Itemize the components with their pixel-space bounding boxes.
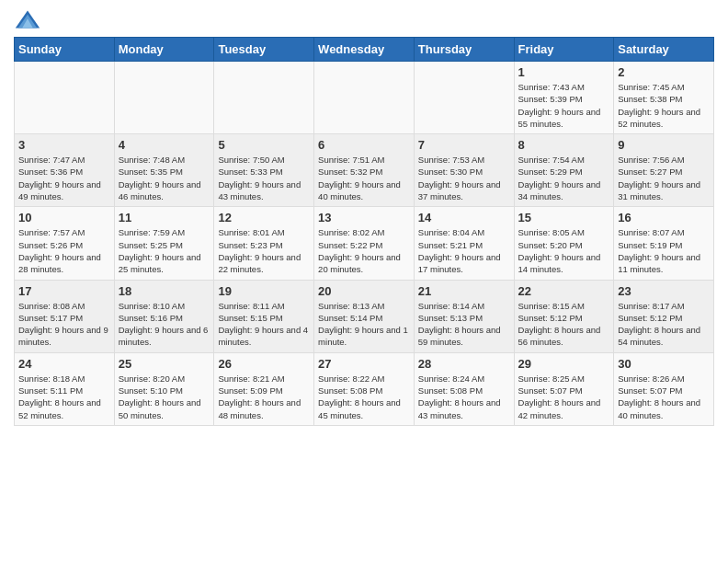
day-info: Sunrise: 8:24 AM Sunset: 5:08 PM Dayligh…: [418, 373, 510, 421]
day-info: Sunrise: 8:10 AM Sunset: 5:16 PM Dayligh…: [119, 300, 210, 349]
day-cell: 17Sunrise: 8:08 AM Sunset: 5:17 PM Dayli…: [15, 280, 115, 352]
day-cell: 13Sunrise: 8:02 AM Sunset: 5:22 PM Dayli…: [314, 207, 415, 280]
day-cell: [114, 62, 214, 134]
day-cell: 5Sunrise: 7:50 AM Sunset: 5:33 PM Daylig…: [214, 134, 314, 207]
day-cell: 11Sunrise: 7:59 AM Sunset: 5:25 PM Dayli…: [114, 207, 214, 280]
day-cell: 8Sunrise: 7:54 AM Sunset: 5:29 PM Daylig…: [514, 134, 614, 207]
day-cell: [414, 62, 514, 134]
day-number: 22: [518, 284, 610, 298]
column-header-wednesday: Wednesday: [314, 38, 415, 62]
day-info: Sunrise: 8:13 AM Sunset: 5:14 PM Dayligh…: [318, 300, 410, 349]
day-number: 21: [418, 284, 510, 298]
day-cell: 14Sunrise: 8:04 AM Sunset: 5:21 PM Dayli…: [414, 207, 514, 280]
day-cell: 23Sunrise: 8:17 AM Sunset: 5:12 PM Dayli…: [614, 280, 714, 352]
day-number: 28: [418, 357, 510, 371]
day-info: Sunrise: 7:54 AM Sunset: 5:29 PM Dayligh…: [518, 154, 610, 202]
day-number: 3: [18, 138, 110, 152]
day-info: Sunrise: 8:17 AM Sunset: 5:12 PM Dayligh…: [618, 300, 710, 349]
day-cell: 10Sunrise: 7:57 AM Sunset: 5:26 PM Dayli…: [15, 207, 115, 280]
day-number: 7: [418, 138, 510, 152]
day-cell: 30Sunrise: 8:26 AM Sunset: 5:07 PM Dayli…: [614, 352, 714, 425]
day-number: 15: [518, 211, 610, 224]
day-cell: 12Sunrise: 8:01 AM Sunset: 5:23 PM Dayli…: [214, 207, 314, 280]
day-cell: 15Sunrise: 8:05 AM Sunset: 5:20 PM Dayli…: [514, 207, 614, 280]
day-info: Sunrise: 8:25 AM Sunset: 5:07 PM Dayligh…: [518, 373, 610, 421]
week-row-2: 3Sunrise: 7:47 AM Sunset: 5:36 PM Daylig…: [15, 134, 714, 207]
calendar-body: 1Sunrise: 7:43 AM Sunset: 5:39 PM Daylig…: [15, 62, 714, 426]
day-info: Sunrise: 7:47 AM Sunset: 5:36 PM Dayligh…: [18, 154, 110, 202]
day-cell: 7Sunrise: 7:53 AM Sunset: 5:30 PM Daylig…: [414, 134, 514, 207]
day-info: Sunrise: 7:57 AM Sunset: 5:26 PM Dayligh…: [18, 226, 110, 275]
header-row: SundayMondayTuesdayWednesdayThursdayFrid…: [15, 38, 714, 62]
day-number: 26: [218, 357, 310, 371]
day-number: 18: [119, 284, 210, 298]
day-number: 12: [218, 211, 310, 224]
day-cell: 1Sunrise: 7:43 AM Sunset: 5:39 PM Daylig…: [514, 62, 614, 134]
day-info: Sunrise: 8:26 AM Sunset: 5:07 PM Dayligh…: [618, 373, 710, 421]
day-cell: 22Sunrise: 8:15 AM Sunset: 5:12 PM Dayli…: [514, 280, 614, 352]
day-cell: 21Sunrise: 8:14 AM Sunset: 5:13 PM Dayli…: [414, 280, 514, 352]
day-cell: 25Sunrise: 8:20 AM Sunset: 5:10 PM Dayli…: [114, 352, 214, 425]
day-cell: 18Sunrise: 8:10 AM Sunset: 5:16 PM Dayli…: [114, 280, 214, 352]
day-cell: 19Sunrise: 8:11 AM Sunset: 5:15 PM Dayli…: [214, 280, 314, 352]
day-number: 6: [318, 138, 410, 152]
day-cell: [314, 62, 415, 134]
day-cell: 29Sunrise: 8:25 AM Sunset: 5:07 PM Dayli…: [514, 352, 614, 425]
week-row-4: 17Sunrise: 8:08 AM Sunset: 5:17 PM Dayli…: [15, 280, 714, 352]
day-number: 27: [318, 357, 410, 371]
day-number: 9: [618, 138, 710, 152]
day-number: 5: [218, 138, 310, 152]
day-info: Sunrise: 8:01 AM Sunset: 5:23 PM Dayligh…: [218, 226, 310, 275]
calendar-page: SundayMondayTuesdayWednesdayThursdayFrid…: [0, 0, 728, 563]
calendar-header: SundayMondayTuesdayWednesdayThursdayFrid…: [15, 38, 714, 62]
week-row-5: 24Sunrise: 8:18 AM Sunset: 5:11 PM Dayli…: [15, 352, 714, 425]
column-header-tuesday: Tuesday: [214, 38, 314, 62]
header-section: [14, 9, 714, 29]
day-info: Sunrise: 8:08 AM Sunset: 5:17 PM Dayligh…: [18, 300, 110, 349]
day-cell: 28Sunrise: 8:24 AM Sunset: 5:08 PM Dayli…: [414, 352, 514, 425]
day-info: Sunrise: 8:02 AM Sunset: 5:22 PM Dayligh…: [318, 226, 410, 275]
day-number: 16: [618, 211, 710, 224]
day-number: 29: [518, 357, 610, 371]
day-cell: 2Sunrise: 7:45 AM Sunset: 5:38 PM Daylig…: [614, 62, 714, 134]
logo-icon: [14, 9, 41, 29]
day-cell: 9Sunrise: 7:56 AM Sunset: 5:27 PM Daylig…: [614, 134, 714, 207]
day-number: 17: [18, 284, 110, 298]
day-number: 19: [218, 284, 310, 298]
day-info: Sunrise: 8:15 AM Sunset: 5:12 PM Dayligh…: [518, 300, 610, 349]
day-cell: 26Sunrise: 8:21 AM Sunset: 5:09 PM Dayli…: [214, 352, 314, 425]
day-info: Sunrise: 8:21 AM Sunset: 5:09 PM Dayligh…: [218, 373, 310, 421]
day-info: Sunrise: 7:43 AM Sunset: 5:39 PM Dayligh…: [518, 81, 610, 130]
day-info: Sunrise: 7:45 AM Sunset: 5:38 PM Dayligh…: [618, 81, 710, 130]
day-info: Sunrise: 8:04 AM Sunset: 5:21 PM Dayligh…: [418, 226, 510, 275]
day-info: Sunrise: 8:18 AM Sunset: 5:11 PM Dayligh…: [18, 373, 110, 421]
column-header-friday: Friday: [514, 38, 614, 62]
column-header-sunday: Sunday: [15, 38, 115, 62]
day-number: 23: [618, 284, 710, 298]
day-info: Sunrise: 8:07 AM Sunset: 5:19 PM Dayligh…: [618, 226, 710, 275]
day-info: Sunrise: 8:05 AM Sunset: 5:20 PM Dayligh…: [518, 226, 610, 275]
day-number: 11: [119, 211, 210, 224]
day-cell: 20Sunrise: 8:13 AM Sunset: 5:14 PM Dayli…: [314, 280, 415, 352]
column-header-monday: Monday: [114, 38, 214, 62]
week-row-1: 1Sunrise: 7:43 AM Sunset: 5:39 PM Daylig…: [15, 62, 714, 134]
day-info: Sunrise: 8:14 AM Sunset: 5:13 PM Dayligh…: [418, 300, 510, 349]
day-cell: 16Sunrise: 8:07 AM Sunset: 5:19 PM Dayli…: [614, 207, 714, 280]
day-info: Sunrise: 7:59 AM Sunset: 5:25 PM Dayligh…: [119, 226, 210, 275]
day-cell: 6Sunrise: 7:51 AM Sunset: 5:32 PM Daylig…: [314, 134, 415, 207]
day-info: Sunrise: 7:56 AM Sunset: 5:27 PM Dayligh…: [618, 154, 710, 202]
logo: [14, 9, 43, 29]
day-cell: 4Sunrise: 7:48 AM Sunset: 5:35 PM Daylig…: [114, 134, 214, 207]
day-cell: 24Sunrise: 8:18 AM Sunset: 5:11 PM Dayli…: [15, 352, 115, 425]
day-cell: [15, 62, 115, 134]
column-header-thursday: Thursday: [414, 38, 514, 62]
day-number: 14: [418, 211, 510, 224]
day-cell: 27Sunrise: 8:22 AM Sunset: 5:08 PM Dayli…: [314, 352, 415, 425]
day-number: 25: [119, 357, 210, 371]
day-number: 30: [618, 357, 710, 371]
day-number: 20: [318, 284, 410, 298]
day-number: 24: [18, 357, 110, 371]
day-info: Sunrise: 8:20 AM Sunset: 5:10 PM Dayligh…: [119, 373, 210, 421]
column-header-saturday: Saturday: [614, 38, 714, 62]
day-cell: 3Sunrise: 7:47 AM Sunset: 5:36 PM Daylig…: [15, 134, 115, 207]
